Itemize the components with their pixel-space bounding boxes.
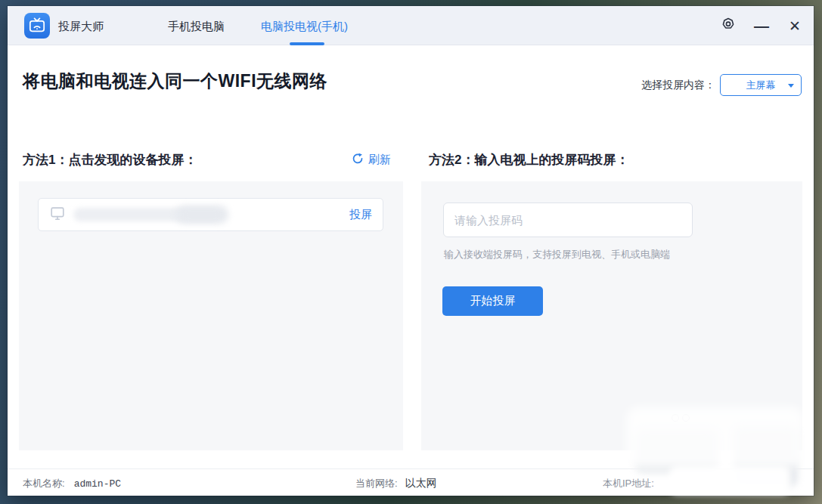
window-controls: — ✕ (720, 6, 803, 45)
tab-phone-to-pc[interactable]: 手机投电脑 (168, 20, 225, 34)
cast-content-select[interactable]: 主屏幕 (720, 74, 802, 96)
cast-device-button[interactable]: 投屏 (349, 208, 372, 222)
cast-content-label: 选择投屏内容： (641, 79, 715, 92)
host-name-value: admin-PC (74, 478, 121, 490)
chevron-down-icon (788, 84, 794, 88)
statusbar: 本机名称:admin-PC 当前网络:以太网 本机IP地址: (8, 468, 814, 496)
gear-icon (721, 17, 736, 35)
network-label: 当前网络: (355, 478, 398, 489)
minimize-button[interactable]: — (753, 17, 770, 34)
tab-pc-to-tv[interactable]: 电脑投电视(手机) (261, 20, 348, 34)
page-title: 将电脑和电视连入同一个WIFI无线网络 (23, 70, 327, 93)
network-value: 以太网 (405, 477, 437, 489)
host-name-label: 本机名称: (23, 478, 65, 489)
cast-content-value: 主屏幕 (746, 79, 776, 92)
cast-code-input[interactable] (443, 203, 693, 237)
host-name: 本机名称:admin-PC (23, 477, 121, 490)
active-tab-underline (290, 42, 324, 45)
device-name-redacted-blur (175, 206, 228, 224)
close-icon: ✕ (789, 17, 801, 35)
device-list-panel: 投屏 (19, 181, 403, 450)
device-row[interactable]: 投屏 (38, 198, 383, 231)
start-cast-button[interactable]: 开始投屏 (442, 286, 543, 316)
cast-content-row: 选择投屏内容： 主屏幕 (641, 74, 802, 96)
ip-address-label: 本机IP地址: (603, 477, 654, 490)
cast-code-panel: 输入接收端投屏码，支持投屏到电视、手机或电脑端 开始投屏 (421, 181, 802, 450)
app-title: 投屏大师 (58, 20, 104, 34)
refresh-icon (352, 153, 364, 167)
refresh-button[interactable]: 刷新 (352, 153, 391, 167)
refresh-label: 刷新 (368, 153, 391, 167)
current-network: 当前网络:以太网 (355, 477, 437, 490)
method1-title: 方法1：点击发现的设备投屏： (23, 151, 197, 169)
minimize-icon: — (754, 22, 769, 29)
app-window: 投屏大师 手机投电脑 电脑投电视(手机) — ✕ (8, 6, 814, 496)
titlebar: 投屏大师 手机投电脑 电脑投电视(手机) — ✕ (8, 6, 814, 45)
settings-button[interactable] (720, 17, 737, 34)
method2-title: 方法2：输入电视上的投屏码投屏： (429, 151, 628, 169)
close-button[interactable]: ✕ (786, 17, 803, 34)
desktop-background: 投屏大师 手机投电脑 电脑投电视(手机) — ✕ (0, 0, 822, 504)
monitor-icon (49, 205, 66, 224)
cast-code-hint: 输入接收端投屏码，支持投屏到电视、手机或电脑端 (444, 248, 670, 261)
app-logo-icon (24, 13, 50, 39)
